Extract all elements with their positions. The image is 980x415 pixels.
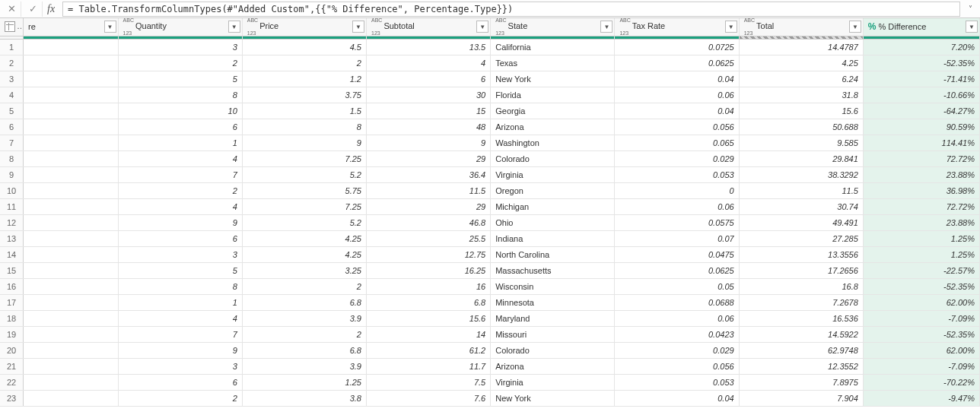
column-filter-button[interactable]: ▼ (352, 21, 364, 33)
type-any-icon[interactable]: ABC123 (495, 20, 506, 34)
cell-state[interactable]: Colorado (491, 342, 615, 358)
cell-tax[interactable]: 0 (615, 182, 739, 198)
column-filter-button[interactable]: ▼ (966, 21, 978, 33)
cell-sub[interactable]: 11.7 (366, 358, 490, 374)
cell-total[interactable]: 9.585 (739, 135, 863, 150)
cell-price[interactable]: 2 (242, 278, 366, 294)
cell-re[interactable] (24, 87, 118, 103)
cell-diff[interactable]: 1.25% (863, 246, 979, 262)
cell-total[interactable]: 50.688 (739, 119, 863, 135)
table-row[interactable]: 1025.7511.5Oregon011.536.98% (0, 182, 980, 198)
cell-re[interactable] (24, 182, 118, 198)
cell-re[interactable] (24, 278, 118, 294)
cell-price[interactable]: 7.25 (242, 198, 366, 214)
cell-state[interactable]: New York (491, 390, 615, 406)
cell-state[interactable]: Washington (491, 135, 615, 150)
row-number[interactable]: 23 (0, 390, 24, 406)
cell-re[interactable] (24, 103, 118, 119)
cell-sub[interactable]: 16 (366, 278, 490, 294)
cell-qty[interactable]: 8 (118, 278, 242, 294)
column-filter-button[interactable]: ▼ (725, 21, 737, 33)
cell-total[interactable]: 27.285 (739, 230, 863, 246)
cell-diff[interactable]: 7.20% (863, 39, 979, 55)
table-row[interactable]: 351.26New York0.046.24-71.41% (0, 71, 980, 87)
cell-total[interactable]: 30.74 (739, 198, 863, 214)
cell-price[interactable]: 5.2 (242, 166, 366, 182)
cell-price[interactable]: 7.25 (242, 150, 366, 166)
cell-sub[interactable]: 4 (366, 55, 490, 71)
table-row[interactable]: 483.7530Florida0.0631.8-10.66% (0, 87, 980, 103)
row-number[interactable]: 15 (0, 262, 24, 278)
cell-price[interactable]: 1.2 (242, 71, 366, 87)
column-filter-button[interactable]: ▼ (104, 21, 116, 33)
table-row[interactable]: 2224Texas0.06254.25-52.35% (0, 55, 980, 71)
cell-state[interactable]: Florida (491, 87, 615, 103)
row-number[interactable]: 11 (0, 198, 24, 214)
cell-state[interactable]: New York (491, 71, 615, 87)
cell-qty[interactable]: 2 (118, 390, 242, 406)
cell-tax[interactable]: 0.0688 (615, 294, 739, 310)
cell-re[interactable] (24, 310, 118, 326)
cell-sub[interactable]: 61.2 (366, 342, 490, 358)
cell-diff[interactable]: -10.66% (863, 87, 979, 103)
cell-sub[interactable]: 16.25 (366, 262, 490, 278)
cell-diff[interactable]: -52.35% (863, 326, 979, 342)
cell-qty[interactable]: 2 (118, 182, 242, 198)
formula-confirm-button[interactable]: ✓ (24, 2, 43, 17)
row-number[interactable]: 16 (0, 278, 24, 294)
table-row[interactable]: 1364.2525.5Indiana0.0727.2851.25% (0, 230, 980, 246)
cell-tax[interactable]: 0.056 (615, 119, 739, 135)
cell-tax[interactable]: 0.06 (615, 87, 739, 103)
cell-re[interactable] (24, 119, 118, 135)
cell-price[interactable]: 1.25 (242, 374, 366, 390)
cell-diff[interactable]: 72.72% (863, 198, 979, 214)
row-number[interactable]: 14 (0, 246, 24, 262)
cell-tax[interactable]: 0.06 (615, 198, 739, 214)
cell-diff[interactable]: 72.72% (863, 150, 979, 166)
cell-sub[interactable]: 6.8 (366, 294, 490, 310)
column-header-price[interactable]: ABC123Price▼ (242, 18, 366, 36)
cell-re[interactable] (24, 230, 118, 246)
cell-state[interactable]: Michigan (491, 198, 615, 214)
cell-re[interactable] (24, 55, 118, 71)
cell-total[interactable]: 11.5 (739, 182, 863, 198)
cell-price[interactable]: 3.75 (242, 87, 366, 103)
table-icon[interactable] (5, 21, 15, 32)
row-number[interactable]: 21 (0, 358, 24, 374)
type-any-icon[interactable]: ABC123 (619, 20, 630, 34)
cell-qty[interactable]: 6 (118, 230, 242, 246)
cell-diff[interactable]: -64.27% (863, 103, 979, 119)
table-row[interactable]: 1553.2516.25Massachusetts0.062517.2656-2… (0, 262, 980, 278)
cell-state[interactable]: Minnesota (491, 294, 615, 310)
cell-price[interactable]: 9 (242, 135, 366, 150)
row-number[interactable]: 6 (0, 119, 24, 135)
column-header-diff[interactable]: %% Difference▼ (863, 18, 979, 36)
cell-state[interactable]: Texas (491, 55, 615, 71)
cell-qty[interactable]: 1 (118, 135, 242, 150)
cell-sub[interactable]: 11.5 (366, 182, 490, 198)
cell-re[interactable] (24, 262, 118, 278)
cell-diff[interactable]: 90.59% (863, 119, 979, 135)
cell-total[interactable]: 7.8975 (739, 374, 863, 390)
cell-sub[interactable]: 48 (366, 119, 490, 135)
row-number-header[interactable]: ▾ (0, 18, 24, 36)
cell-sub[interactable]: 15.6 (366, 310, 490, 326)
cell-qty[interactable]: 2 (118, 55, 242, 71)
cell-re[interactable] (24, 150, 118, 166)
row-number[interactable]: 5 (0, 103, 24, 119)
type-any-icon[interactable]: ABC123 (123, 20, 134, 34)
cell-tax[interactable]: 0.0625 (615, 262, 739, 278)
cell-diff[interactable]: -7.09% (863, 358, 979, 374)
cell-total[interactable]: 12.3552 (739, 358, 863, 374)
type-any-icon[interactable]: ABC123 (744, 20, 755, 34)
cell-diff[interactable]: 114.41% (863, 135, 979, 150)
cell-total[interactable]: 13.3556 (739, 246, 863, 262)
cell-tax[interactable]: 0.07 (615, 230, 739, 246)
cell-sub[interactable]: 29 (366, 150, 490, 166)
cell-qty[interactable]: 5 (118, 262, 242, 278)
column-header-qty[interactable]: ABC123Quantity▼ (118, 18, 242, 36)
cell-tax[interactable]: 0.029 (615, 342, 739, 358)
cell-state[interactable]: North Carolina (491, 246, 615, 262)
cell-state[interactable]: Virginia (491, 374, 615, 390)
cell-price[interactable]: 6.8 (242, 294, 366, 310)
